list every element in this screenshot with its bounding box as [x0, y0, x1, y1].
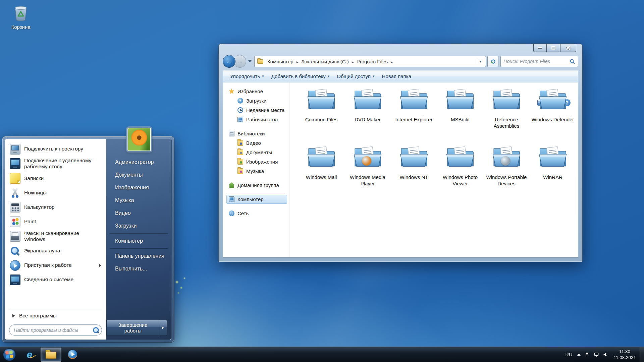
- folder-item[interactable]: Reference Assemblies: [483, 87, 530, 145]
- folder-item[interactable]: Windows Portable Devices: [483, 145, 530, 202]
- explorer-search-input[interactable]: [503, 59, 570, 64]
- folder-label: WinRAR: [543, 174, 562, 181]
- show-desktop-button[interactable]: [640, 347, 644, 362]
- taskbar-media-player-button[interactable]: [62, 348, 83, 362]
- sidebar-item[interactable]: Сеть: [226, 209, 287, 218]
- window-caption-buttons: [533, 44, 576, 52]
- breadcrumb-segment[interactable]: Program Files: [355, 58, 393, 65]
- explorer-folder-icon: [46, 350, 56, 359]
- start-menu-app-item[interactable]: Калькулятор: [7, 200, 105, 215]
- start-menu-place-item[interactable]: Изображения: [106, 181, 171, 194]
- sidebar-item[interactable]: Загрузки: [226, 96, 287, 105]
- folder-accent-badge: [501, 156, 510, 166]
- file-list: Common Files: [289, 82, 578, 257]
- start-menu-place-item[interactable]: Компьютер: [106, 235, 171, 247]
- sidebar-item[interactable]: Изображения: [226, 157, 287, 166]
- taskbar-explorer-button[interactable]: [41, 348, 61, 362]
- folder-item[interactable]: Windows Photo Viewer: [437, 145, 483, 202]
- recent-icon: [237, 107, 243, 113]
- minimize-button[interactable]: [533, 44, 547, 52]
- folder-item[interactable]: WinRAR: [530, 145, 576, 202]
- start-menu-app-item[interactable]: Экранная лупа: [7, 244, 105, 258]
- start-menu-place-item[interactable]: Музыка: [106, 194, 171, 207]
- sidebar-item[interactable]: Документы: [226, 148, 287, 157]
- folder-accent-badge: [362, 156, 371, 166]
- sidebar-item[interactable]: Видео: [226, 138, 287, 147]
- start-menu-app-item[interactable]: Сведения о системе: [7, 273, 105, 287]
- start-menu-app-item[interactable]: Paint: [7, 215, 105, 229]
- sidebar-item[interactable]: Домашняя группа: [226, 181, 287, 190]
- sidebar-item-label: Сеть: [237, 210, 249, 216]
- folder-item[interactable]: DVD Maker: [344, 87, 391, 145]
- all-programs-button[interactable]: Все программы: [9, 309, 102, 322]
- start-menu-app-item[interactable]: Факсы и сканирование Windows: [7, 229, 105, 244]
- start-menu-app-item[interactable]: Подключение к удаленному рабочему столу: [7, 156, 105, 171]
- start-menu-place-item[interactable]: Документы: [106, 169, 171, 181]
- sidebar-item[interactable]: Музыка: [226, 167, 287, 176]
- sidebar-item[interactable]: Недавние места: [226, 106, 287, 115]
- wallpaper-sparkle: [180, 287, 182, 289]
- explorer-search-box[interactable]: [500, 56, 578, 67]
- start-menu-place-item[interactable]: Выполнить...: [106, 262, 171, 275]
- command-bar-item[interactable]: Новая папка: [378, 71, 415, 81]
- volume-icon[interactable]: [601, 350, 610, 360]
- folder-icon: [398, 87, 430, 116]
- search-magnifier-icon[interactable]: [92, 326, 100, 334]
- command-bar-item[interactable]: Добавить в библиотеку: [268, 71, 333, 81]
- breadcrumb-segment[interactable]: Компьютер: [265, 58, 299, 65]
- taskbar-internet-explorer-button[interactable]: e: [19, 348, 40, 362]
- folder-item[interactable]: Internet Explorer: [391, 87, 437, 145]
- show-hidden-icons-button[interactable]: [575, 350, 583, 360]
- folder-item[interactable]: Windows Mail: [298, 145, 344, 202]
- refresh-icon: [490, 58, 496, 64]
- start-button[interactable]: [0, 347, 19, 362]
- system-tray: RU 11:30: [562, 347, 644, 362]
- network-icon[interactable]: [592, 350, 601, 360]
- back-button[interactable]: ←: [223, 55, 235, 68]
- start-menu-app-item[interactable]: Записки: [7, 171, 105, 186]
- start-menu-app-item[interactable]: Ножницы: [7, 186, 105, 200]
- language-indicator[interactable]: RU: [562, 352, 575, 357]
- folder-label: Windows Media Player: [345, 174, 390, 187]
- address-folder-icon: [257, 59, 263, 64]
- folder-item[interactable]: Windows Media Player: [344, 145, 391, 202]
- breadcrumb-segment[interactable]: Локальный диск (C:): [299, 58, 355, 65]
- address-bar[interactable]: КомпьютерЛокальный диск (C:)Program File…: [254, 56, 486, 67]
- start-menu-search-input[interactable]: [14, 327, 92, 333]
- folder-label: MSBuild: [451, 117, 470, 123]
- breadcrumb: КомпьютерЛокальный диск (C:)Program File…: [265, 58, 393, 65]
- recycle-bin[interactable]: Корзина: [5, 3, 37, 30]
- start-menu-app-item[interactable]: Приступая к работе: [7, 258, 105, 273]
- start-menu-place-item[interactable]: Панель управления: [106, 250, 171, 262]
- shutdown-options-arrow[interactable]: [159, 320, 167, 336]
- command-bar-item[interactable]: Упорядочить: [226, 71, 268, 81]
- start-menu-app-label: Подключить к проектору: [24, 146, 95, 152]
- close-button[interactable]: [560, 44, 576, 52]
- history-dropdown-icon[interactable]: [248, 60, 252, 62]
- folder-item[interactable]: MSBuild: [437, 87, 483, 145]
- folder-item[interactable]: Common Files: [298, 87, 344, 145]
- refresh-button[interactable]: [487, 56, 498, 67]
- start-menu-app-item[interactable]: Подключить к проектору: [7, 142, 105, 156]
- action-center-flag-icon[interactable]: [583, 350, 592, 360]
- sidebar-item[interactable]: Избранное: [226, 87, 287, 96]
- minimize-icon: [538, 47, 542, 48]
- start-menu-place-item[interactable]: Видео: [106, 207, 171, 220]
- start-menu-app-label: Ножницы: [24, 190, 95, 196]
- sidebar-item[interactable]: Рабочий стол: [226, 115, 287, 124]
- address-dropdown-icon[interactable]: [476, 58, 484, 64]
- shutdown-button[interactable]: Завершение работы: [106, 320, 159, 336]
- start-menu-app-label: Экранная лупа: [24, 248, 95, 254]
- command-bar-item[interactable]: Общий доступ: [333, 71, 378, 81]
- start-menu-place-item[interactable]: Администратор: [106, 156, 171, 169]
- start-menu-search-box[interactable]: [9, 324, 102, 336]
- folder-item[interactable]: Windows NT: [391, 145, 437, 202]
- folder-label: Windows Portable Devices: [484, 174, 529, 187]
- start-menu-place-item[interactable]: Загрузки: [106, 220, 171, 232]
- user-avatar[interactable]: [127, 128, 151, 151]
- folder-item[interactable]: Windows Defender: [530, 87, 576, 145]
- sidebar-item[interactable]: Библиотеки: [226, 129, 287, 138]
- maximize-button[interactable]: [547, 44, 560, 52]
- taskbar-clock[interactable]: 11:30 11.08.2021: [610, 349, 640, 360]
- sidebar-item[interactable]: Компьютер: [226, 195, 287, 204]
